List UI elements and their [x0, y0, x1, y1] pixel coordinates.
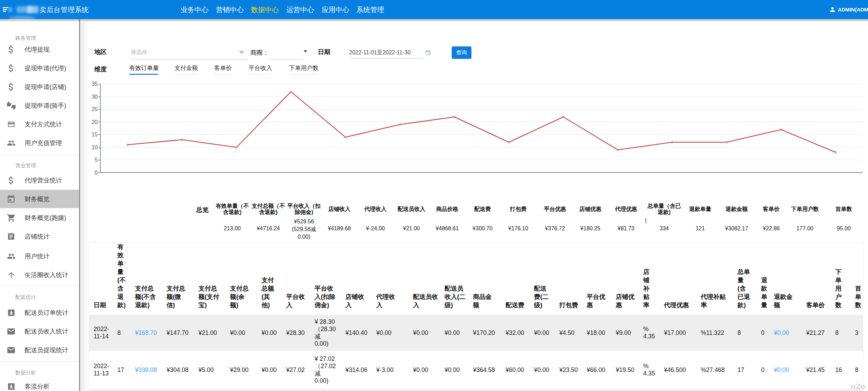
- svg-text:35: 35: [92, 81, 98, 87]
- svg-text:30: 30: [92, 94, 98, 100]
- svg-text:0: 0: [95, 170, 98, 176]
- svg-text:10: 10: [92, 144, 98, 150]
- svg-text:25: 25: [92, 106, 98, 112]
- svg-text:20: 20: [92, 119, 98, 125]
- svg-text:5: 5: [95, 157, 98, 163]
- svg-text:15: 15: [92, 132, 98, 137]
